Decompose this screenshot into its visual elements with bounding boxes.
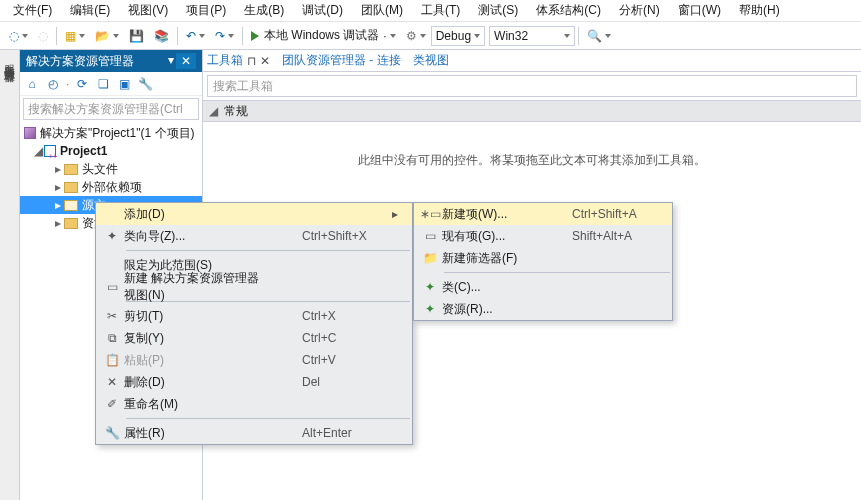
save-button[interactable]: 💾 xyxy=(125,25,148,47)
toolbox-section-header[interactable]: ◢常规 xyxy=(203,100,861,122)
collapse-icon[interactable]: ▣ xyxy=(116,76,132,92)
menu-window[interactable]: 窗口(W) xyxy=(669,0,730,21)
gear-icon: ⚙ xyxy=(406,29,417,43)
menu-team[interactable]: 团队(M) xyxy=(352,0,412,21)
menu-project[interactable]: 项目(P) xyxy=(177,0,235,21)
solution-explorer-title-bar: 解决方案资源管理器 ▾ ✕ xyxy=(20,50,202,72)
menu-analyze[interactable]: 分析(N) xyxy=(610,0,669,21)
folder-icon xyxy=(64,164,78,175)
ctx-paste: 📋粘贴(P)Ctrl+V xyxy=(96,349,412,371)
submenu-arrow-icon: ▸ xyxy=(392,207,402,221)
menu-build[interactable]: 生成(B) xyxy=(235,0,293,21)
ctx-existing-item[interactable]: ▭现有项(G)...Shift+Alt+A xyxy=(414,225,672,247)
section-label: 常规 xyxy=(224,103,248,120)
ctx-class[interactable]: ✦类(C)... xyxy=(414,276,672,298)
config-combo[interactable]: Debug xyxy=(431,26,485,46)
new-view-icon: ▭ xyxy=(100,280,124,294)
circle-nav-icon[interactable]: ◴ xyxy=(45,76,61,92)
ctx-add[interactable]: 添加(D)▸ xyxy=(96,203,412,225)
solution-search-input[interactable]: 搜索解决方案资源管理器(Ctrl xyxy=(23,98,199,120)
menu-file[interactable]: 文件(F) xyxy=(4,0,61,21)
solution-node[interactable]: 解决方案"Project1"(1 个项目) xyxy=(20,124,202,142)
ctx-label: 复制(Y) xyxy=(124,330,302,347)
ctx-label: 现有项(G)... xyxy=(442,228,572,245)
expander-icon[interactable]: ▸ xyxy=(52,162,64,176)
ctx-resource[interactable]: ✦资源(R)... xyxy=(414,298,672,320)
new-file-icon: ▦ xyxy=(65,29,76,43)
start-debug-button[interactable]: 本地 Windows 调试器· xyxy=(247,25,400,47)
ctx-shortcut: Shift+Alt+A xyxy=(572,229,662,243)
tree-node-label: 外部依赖项 xyxy=(82,179,142,196)
ctx-cut[interactable]: ✂剪切(T)Ctrl+X xyxy=(96,305,412,327)
project-node[interactable]: ◢Project1 xyxy=(20,142,202,160)
show-all-icon[interactable]: ❏ xyxy=(95,76,111,92)
tab-label: 工具箱 xyxy=(207,52,243,69)
ctx-label: 类(C)... xyxy=(442,279,572,296)
tab-class-view[interactable]: 类视图 xyxy=(413,52,449,69)
play-icon xyxy=(251,31,259,41)
menu-debug[interactable]: 调试(D) xyxy=(293,0,352,21)
tab-team-explorer[interactable]: 团队资源管理器 - 连接 xyxy=(282,52,401,69)
ctx-new-filter[interactable]: 📁新建筛选器(F) xyxy=(414,247,672,269)
home-icon[interactable]: ⌂ xyxy=(24,76,40,92)
menu-help[interactable]: 帮助(H) xyxy=(730,0,789,21)
redo-button[interactable]: ↷ xyxy=(211,25,238,47)
context-submenu-add: ∗▭新建项(W)...Ctrl+Shift+A ▭现有项(G)...Shift+… xyxy=(413,202,673,321)
project-label: Project1 xyxy=(60,144,107,158)
toolbox-search-input[interactable]: 搜索工具箱 xyxy=(207,75,857,97)
menu-view[interactable]: 视图(V) xyxy=(119,0,177,21)
properties-icon[interactable]: 🔧 xyxy=(137,76,153,92)
start-debug-label: 本地 Windows 调试器 xyxy=(264,27,379,44)
class-icon: ✦ xyxy=(418,280,442,294)
menu-tools[interactable]: 工具(T) xyxy=(412,0,469,21)
expander-icon[interactable]: ▸ xyxy=(52,198,64,212)
save-all-button[interactable]: 📚 xyxy=(150,25,173,47)
tab-label: 类视图 xyxy=(413,52,449,69)
ctx-shortcut: Ctrl+X xyxy=(302,309,392,323)
expander-icon[interactable]: ▸ xyxy=(52,216,64,230)
toolbox-empty-text: 此组中没有可用的控件。将某项拖至此文本可将其添加到工具箱。 xyxy=(203,122,861,199)
ctx-copy[interactable]: ⧉复制(Y)Ctrl+C xyxy=(96,327,412,349)
tab-label: 团队资源管理器 - 连接 xyxy=(282,52,401,69)
expander-icon[interactable]: ▸ xyxy=(52,180,64,194)
toolbox-search-placeholder: 搜索工具箱 xyxy=(213,78,273,95)
new-item-icon: ∗▭ xyxy=(418,207,442,221)
find-in-files-button[interactable]: 🔍 xyxy=(583,25,615,47)
platform-combo[interactable]: Win32 xyxy=(489,26,575,46)
undo-button[interactable]: ↶ xyxy=(182,25,209,47)
nav-back-button[interactable]: ◌ xyxy=(5,25,32,47)
panel-close-button[interactable]: ✕ xyxy=(176,53,196,69)
ctx-rename[interactable]: ✐重命名(M) xyxy=(96,393,412,415)
menu-arch[interactable]: 体系结构(C) xyxy=(527,0,610,21)
tab-toolbox[interactable]: 工具箱⊓✕ xyxy=(207,52,270,69)
debug-target-button[interactable]: ⚙ xyxy=(402,25,430,47)
close-icon[interactable]: ✕ xyxy=(260,54,270,68)
pin-icon[interactable]: ⊓ xyxy=(247,54,256,68)
redo-icon: ↷ xyxy=(215,29,225,43)
paste-icon: 📋 xyxy=(100,353,124,367)
tree-extern-node[interactable]: ▸外部依赖项 xyxy=(20,178,202,196)
ctx-new-item[interactable]: ∗▭新建项(W)...Ctrl+Shift+A xyxy=(414,203,672,225)
new-file-button[interactable]: ▦ xyxy=(61,25,89,47)
tree-headers-node[interactable]: ▸头文件 xyxy=(20,160,202,178)
context-menu: 添加(D)▸ ✦类向导(Z)...Ctrl+Shift+X 限定为此范围(S) … xyxy=(95,202,413,445)
menu-edit[interactable]: 编辑(E) xyxy=(61,0,119,21)
panel-menu-button[interactable]: ▾ xyxy=(168,53,174,69)
refresh-icon[interactable]: ⟳ xyxy=(74,76,90,92)
document-tabbar: 工具箱⊓✕ 团队资源管理器 - 连接 类视图 xyxy=(203,50,861,72)
main-toolbar: ◌ ◌ ▦ 📂 💾 📚 ↶ ↷ 本地 Windows 调试器· ⚙ Debug … xyxy=(0,22,861,50)
expander-icon[interactable]: ◢ xyxy=(32,144,44,158)
ctx-delete[interactable]: ✕删除(D)Del xyxy=(96,371,412,393)
nav-fwd-button[interactable]: ◌ xyxy=(34,25,52,47)
open-file-button[interactable]: 📂 xyxy=(91,25,123,47)
ctx-shortcut: Del xyxy=(302,375,392,389)
resource-icon: ✦ xyxy=(418,302,442,316)
circle-right-icon: ◌ xyxy=(38,29,48,43)
menu-test[interactable]: 测试(S) xyxy=(469,0,527,21)
ctx-class-wizard[interactable]: ✦类向导(Z)...Ctrl+Shift+X xyxy=(96,225,412,247)
ctx-properties[interactable]: 🔧属性(R)Alt+Enter xyxy=(96,422,412,444)
server-explorer-tab[interactable]: 服务器资源管理器 xyxy=(0,50,20,500)
wrench-icon: 🔧 xyxy=(100,426,124,440)
folder-icon xyxy=(64,182,78,193)
ctx-new-view[interactable]: ▭新建 解决方案资源管理器 视图(N) xyxy=(96,276,412,298)
